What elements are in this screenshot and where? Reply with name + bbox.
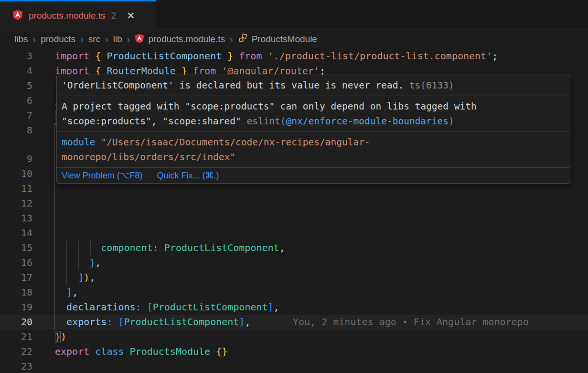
line-number[interactable]: 16: [0, 255, 32, 270]
code-token: :: [153, 242, 159, 253]
breadcrumb-item-src[interactable]: src: [88, 34, 100, 44]
line-number[interactable]: 14: [0, 226, 32, 241]
line-number[interactable]: 18: [0, 285, 32, 300]
tab-modified-badge: 2: [111, 11, 117, 21]
code-token: ): [84, 272, 89, 283]
code-line[interactable]: 15 component: ProductListComponent,: [0, 241, 588, 255]
breadcrumb-item-products-module-ts[interactable]: products.module.ts: [135, 33, 225, 45]
line-number[interactable]: 20: [0, 315, 32, 329]
code-token: ProductListComponent: [124, 316, 239, 328]
line-number[interactable]: 3: [0, 49, 32, 64]
breadcrumb-label: libs: [14, 34, 28, 44]
breadcrumb-item-libs[interactable]: libs: [14, 34, 28, 44]
line-number[interactable]: 6: [0, 93, 32, 108]
breadcrumb-label: lib: [113, 34, 122, 44]
code-token: [89, 50, 95, 62]
breadcrumb-item-productsmodule[interactable]: ProductsModule: [238, 33, 317, 45]
code-line[interactable]: 16 },: [0, 255, 588, 270]
code-line[interactable]: 12: [0, 196, 588, 211]
code-token: ): [449, 116, 454, 127]
code-token: A project tagged with "scope:products" c…: [62, 101, 477, 112]
code-token: }: [227, 50, 233, 62]
line-number[interactable]: 22: [0, 344, 32, 359]
code-line[interactable]: 19 declarations: [ProductListComponent],: [0, 300, 588, 315]
close-icon[interactable]: ✕: [127, 11, 135, 21]
breadcrumb-item-products[interactable]: products: [41, 34, 75, 44]
code-line[interactable]: 3import { ProductListComponent } from '.…: [0, 49, 588, 64]
code-token: "scope:products", "scope:shared": [62, 116, 246, 127]
hover-section-2: A project tagged with "scope:products" c…: [57, 96, 570, 132]
code-token: }: [55, 331, 61, 342]
angular-icon: [12, 10, 23, 22]
code-line[interactable]: 17 ]),: [0, 270, 588, 285]
tab-bar: products.module.ts 2 ✕: [0, 0, 588, 30]
line-number[interactable]: 5: [0, 78, 32, 93]
code-line[interactable]: 14: [0, 226, 588, 241]
line-number[interactable]: 15: [0, 241, 32, 255]
code-text: declarations: [ProductListComponent],: [55, 300, 279, 315]
class-symbol-icon: [238, 33, 248, 45]
line-number[interactable]: 10: [0, 166, 32, 181]
code-token: ,: [72, 286, 78, 298]
view-problem-button[interactable]: View Problem (⌥F8): [62, 170, 142, 181]
line-number[interactable]: 8: [0, 123, 32, 138]
code-token: [55, 301, 66, 313]
code-token: [101, 50, 107, 62]
code-token: ProductListComponent: [153, 301, 268, 313]
line-number[interactable]: 17: [0, 270, 32, 285]
breadcrumb-separator: ›: [33, 34, 36, 45]
line-number[interactable]: 4: [0, 64, 32, 78]
code-line[interactable]: 22export class ProductsModule {}: [0, 344, 588, 359]
code-token: [55, 257, 89, 268]
code-line[interactable]: 18 ],: [0, 285, 588, 300]
line-number[interactable]: 23: [0, 359, 32, 373]
breadcrumb: libs›products›src›lib›products.module.ts…: [0, 30, 588, 49]
code-token: 'OrderListComponent' is declared but its…: [62, 80, 404, 91]
hover-action-bar: View Problem (⌥F8)Quick Fix... (⌘.): [57, 168, 570, 183]
code-token: ProductListComponent: [164, 242, 279, 253]
quick-fix-button[interactable]: Quick Fix... (⌘.): [157, 170, 219, 181]
code-token: eslint(: [246, 116, 286, 127]
code-token: {: [95, 50, 101, 62]
code-token: ,: [89, 272, 95, 283]
code-text: exports: [ProductListComponent],: [55, 315, 250, 329]
hover-message-line: 'OrderListComponent' is declared but its…: [62, 78, 565, 93]
code-line[interactable]: 21}): [0, 329, 588, 344]
code-token: module: [62, 137, 95, 148]
code-token: ]: [78, 272, 84, 283]
code-token: class: [95, 346, 124, 357]
code-line[interactable]: 13: [0, 211, 588, 226]
code-token: './product-list/product-list.component': [268, 50, 492, 62]
code-token: ProductsModule: [130, 346, 211, 357]
line-number[interactable]: 7: [0, 108, 32, 123]
eslint-rule-link[interactable]: @nx/enforce-module-boundaries: [286, 116, 449, 127]
line-number[interactable]: 11: [0, 181, 32, 196]
line-number[interactable]: 12: [0, 196, 32, 211]
line-number[interactable]: 21: [0, 329, 32, 344]
line-number[interactable]: 19: [0, 300, 32, 315]
code-token: :: [107, 316, 112, 328]
breadcrumb-item-lib[interactable]: lib: [113, 34, 122, 44]
code-line[interactable]: 23: [0, 359, 588, 373]
line-number[interactable]: 13: [0, 211, 32, 226]
code-text: ],: [55, 285, 78, 300]
code-token: declarations: [66, 301, 136, 313]
code-token: [112, 316, 118, 328]
breadcrumb-separator: ›: [127, 34, 130, 45]
code-token: [55, 242, 101, 253]
code-token: ]: [66, 286, 72, 298]
code-token: ]: [239, 316, 245, 328]
code-token: ts(6133): [404, 80, 454, 91]
code-token: ProductListComponent: [107, 50, 222, 62]
code-token: {}: [216, 346, 227, 357]
code-token: [55, 286, 66, 298]
code-token: :: [136, 301, 141, 313]
line-number[interactable]: 9: [0, 152, 32, 166]
breadcrumb-separator: ›: [105, 34, 108, 45]
tab-products-module[interactable]: products.module.ts 2 ✕: [0, 0, 156, 30]
breadcrumb-separator: ›: [230, 34, 233, 45]
code-token: from: [239, 50, 262, 62]
code-line[interactable]: 20 exports: [ProductListComponent],You, …: [0, 315, 588, 329]
code-text: import { ProductListComponent } from './…: [55, 49, 498, 64]
code-token: [262, 50, 268, 62]
